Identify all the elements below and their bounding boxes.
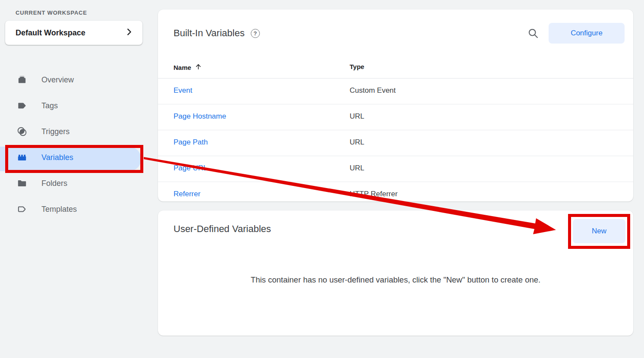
table-row: Page URL URL xyxy=(158,156,633,182)
user-defined-variables-panel: User-Defined Variables New This containe… xyxy=(158,210,633,336)
sidebar-item-label: Folders xyxy=(41,179,67,188)
overview-icon xyxy=(16,74,28,85)
variable-link[interactable]: Referrer xyxy=(174,190,200,198)
table-row: Page Path URL xyxy=(158,130,633,156)
variable-type: URL xyxy=(350,164,364,173)
current-workspace-label: CURRENT WORKSPACE xyxy=(16,9,87,16)
sort-ascending-icon xyxy=(195,63,202,72)
table-row: Event Custom Event xyxy=(158,79,633,104)
variable-link[interactable]: Page URL xyxy=(174,164,207,173)
empty-state-message: This container has no user-defined varia… xyxy=(158,275,633,285)
panel-title: User-Defined Variables xyxy=(174,223,271,235)
variable-link[interactable]: Page Path xyxy=(174,138,208,147)
sidebar-item-label: Tags xyxy=(41,101,58,110)
variable-link[interactable]: Event xyxy=(174,86,192,95)
sidebar-item-triggers[interactable]: Triggers xyxy=(0,119,147,144)
sidebar-item-label: Templates xyxy=(41,205,77,214)
table-row: Page Hostname URL xyxy=(158,104,633,130)
folder-icon xyxy=(16,178,28,189)
template-icon xyxy=(16,204,28,215)
variable-type: Custom Event xyxy=(350,86,396,95)
built-in-variables-panel: Built-In Variables ? Configure Name Type… xyxy=(158,9,633,201)
panel-title: Built-In Variables xyxy=(174,28,245,39)
sidebar-item-variables[interactable]: Variables xyxy=(0,144,147,170)
workspace-selector[interactable]: Default Workspace xyxy=(5,21,142,45)
sidebar-item-label: Triggers xyxy=(41,127,69,136)
chevron-right-icon xyxy=(124,27,134,38)
sidebar-item-tags[interactable]: Tags xyxy=(0,93,147,119)
workspace-name: Default Workspace xyxy=(16,28,85,38)
table-row: Referrer HTTP Referrer xyxy=(158,182,633,208)
variable-type: URL xyxy=(350,138,364,147)
variables-icon xyxy=(16,152,28,163)
column-header-name[interactable]: Name xyxy=(174,63,202,72)
triggers-icon xyxy=(16,126,28,137)
sidebar-item-folders[interactable]: Folders xyxy=(0,170,147,196)
column-header-type: Type xyxy=(350,63,364,70)
tag-icon xyxy=(16,100,28,111)
table-header: Name Type xyxy=(158,59,633,79)
help-icon[interactable]: ? xyxy=(251,29,260,38)
variable-link[interactable]: Page Hostname xyxy=(174,112,226,121)
configure-button[interactable]: Configure xyxy=(549,23,625,44)
new-variable-button[interactable]: New xyxy=(573,219,625,243)
variable-type: URL xyxy=(350,112,364,121)
sidebar-item-label: Overview xyxy=(41,75,74,85)
sidebar-item-label: Variables xyxy=(41,153,73,162)
sidebar-nav: Overview Tags Triggers Variables Folders… xyxy=(0,67,147,222)
sidebar-item-overview[interactable]: Overview xyxy=(0,67,147,93)
sidebar-item-templates[interactable]: Templates xyxy=(0,196,147,222)
variable-type: HTTP Referrer xyxy=(350,190,398,198)
search-icon[interactable] xyxy=(527,27,539,39)
